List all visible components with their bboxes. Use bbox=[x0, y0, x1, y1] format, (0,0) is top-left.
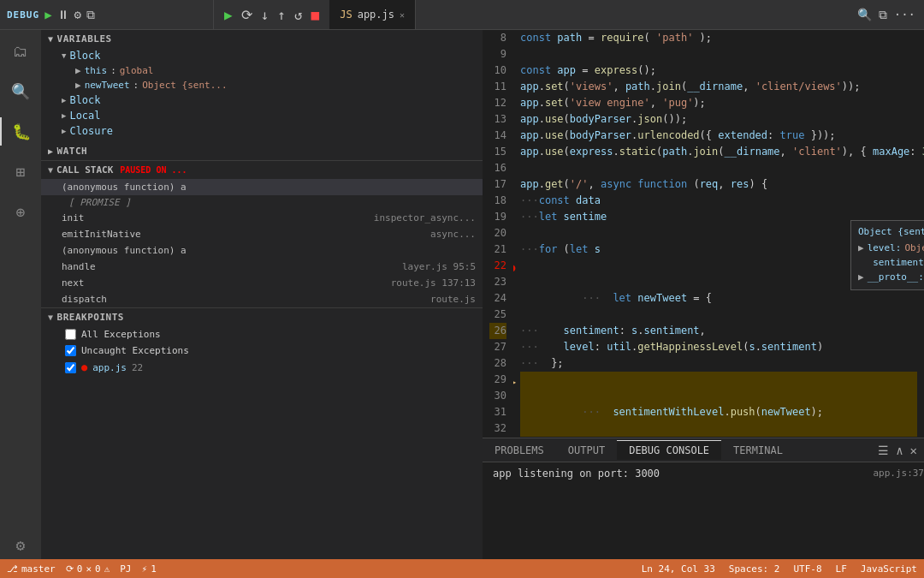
cs-fn-2: init bbox=[62, 212, 85, 223]
restart-button[interactable]: ↺ bbox=[291, 5, 306, 25]
callstack-arrow: ▼ bbox=[48, 165, 53, 175]
this-item[interactable]: ▶ this : global bbox=[41, 63, 483, 78]
eol-indicator[interactable]: LF bbox=[836, 563, 847, 575]
activity-extensions[interactable]: ⊞ bbox=[0, 158, 41, 186]
split-icon[interactable]: ⧉ bbox=[86, 8, 95, 22]
cs-item-7[interactable]: dispatch route.js bbox=[41, 291, 483, 307]
activity-settings[interactable]: ⚙ bbox=[0, 531, 41, 559]
step-over-button[interactable]: ⟳ bbox=[238, 5, 256, 25]
bp-all-label: All Exceptions bbox=[81, 329, 161, 340]
settings-icon[interactable]: ⚙ bbox=[74, 8, 81, 21]
warnings-count: 0 bbox=[95, 563, 101, 575]
bp-appjs-checkbox[interactable] bbox=[65, 362, 76, 373]
bp-appjs[interactable]: ● app.js 22 bbox=[41, 359, 483, 376]
tooltip-key-2: __proto__: bbox=[868, 271, 924, 283]
panel-collapse-icon[interactable]: ∧ bbox=[896, 444, 903, 457]
variables-arrow: ▼ bbox=[48, 34, 54, 44]
block-header[interactable]: ▼ Block bbox=[41, 48, 483, 63]
cs-loc-6: route.js 137:13 bbox=[391, 277, 476, 289]
encoding-indicator[interactable]: UTF-8 bbox=[793, 563, 821, 575]
code-line-18: ···const data bbox=[520, 193, 917, 209]
tooltip-arrow-2: ▶ bbox=[858, 271, 864, 283]
code-line-16 bbox=[520, 160, 917, 176]
this-val: global bbox=[120, 65, 154, 76]
more-actions-icon[interactable]: ··· bbox=[894, 8, 915, 21]
cs-item-4[interactable]: (anonymous function) a bbox=[41, 242, 483, 259]
live-server[interactable]: ⚡ 1 bbox=[142, 563, 157, 575]
code-line-15: app.use(express.static(path.join(__dirna… bbox=[520, 144, 917, 160]
cs-item-3[interactable]: emitInitNative async... bbox=[41, 226, 483, 242]
variables-label: VARIABLES bbox=[57, 33, 112, 45]
block-arrow: ▼ bbox=[62, 51, 66, 60]
tooltip-val-0: Object {percentage: NaN, faceImage: "/a bbox=[904, 242, 924, 253]
bp-all-checkbox[interactable] bbox=[65, 329, 76, 340]
bp-uncaught-checkbox[interactable] bbox=[65, 345, 76, 356]
panel-filter-icon[interactable]: ☰ bbox=[878, 444, 889, 457]
code-line-13: app.use(bodyParser.json()); bbox=[520, 111, 917, 128]
block2-header[interactable]: ▶ Block bbox=[41, 92, 483, 108]
stop-button[interactable]: ■ bbox=[308, 5, 323, 25]
project-label: PJ bbox=[120, 563, 131, 575]
callstack-header[interactable]: ▼ CALL STACK PAUSED ON ... bbox=[41, 161, 483, 179]
local-header[interactable]: ▶ Local bbox=[41, 108, 483, 123]
tab-terminal[interactable]: TERMINAL bbox=[721, 441, 795, 460]
tab-close-button[interactable]: ✕ bbox=[400, 10, 405, 20]
cs-item-5[interactable]: handle layer.js 95:5 bbox=[41, 259, 483, 275]
activity-remote[interactable]: ⊕ bbox=[0, 198, 41, 226]
activity-debug[interactable]: 🐛 bbox=[0, 117, 41, 146]
language-indicator[interactable]: JavaScript bbox=[861, 563, 917, 575]
this-key: this bbox=[85, 65, 108, 76]
tab-debug-console[interactable]: DEBUG CONSOLE bbox=[617, 440, 721, 460]
step-out-button[interactable]: ↑ bbox=[274, 5, 289, 25]
sync-button[interactable]: ⟳ 0 ✕ 0 ⚠ bbox=[66, 563, 110, 575]
panel-toolbar: ☰ ∧ ✕ bbox=[871, 444, 924, 457]
bp-dot-icon: ● bbox=[81, 361, 87, 373]
breakpoints-section: ▼ BREAKPOINTS All Exceptions Uncaught Ex… bbox=[41, 307, 483, 376]
callstack-paused: PAUSED ON ... bbox=[120, 165, 187, 175]
step-into-button[interactable]: ↓ bbox=[258, 5, 273, 25]
file-tab-appjs[interactable]: JS app.js ✕ bbox=[329, 0, 416, 29]
cs-item-6[interactable]: next route.js 137:13 bbox=[41, 275, 483, 291]
tab-problems[interactable]: PROBLEMS bbox=[483, 441, 556, 460]
variables-section-header[interactable]: ▼ VARIABLES bbox=[41, 30, 483, 48]
spaces-indicator[interactable]: Spaces: 2 bbox=[729, 563, 780, 575]
bp-line-num: 22 bbox=[132, 362, 143, 373]
search-editor-icon[interactable]: 🔍 bbox=[857, 8, 872, 21]
bp-uncaught-exceptions[interactable]: Uncaught Exceptions bbox=[41, 343, 483, 359]
cs-fn-0: (anonymous function) a bbox=[62, 182, 187, 193]
project-name[interactable]: PJ bbox=[120, 563, 131, 575]
pause-icon[interactable]: ⏸ bbox=[57, 8, 69, 21]
git-icon: ⎇ bbox=[7, 563, 18, 575]
breakpoints-arrow: ▼ bbox=[48, 313, 54, 322]
cursor-position[interactable]: Ln 24, Col 33 bbox=[642, 563, 715, 575]
newtweet-item[interactable]: ▶ newTweet : Object {sent... bbox=[41, 78, 483, 92]
continue-button[interactable]: ▶ bbox=[221, 5, 236, 25]
cs-fn-5: handle bbox=[62, 261, 96, 272]
git-branch[interactable]: ⎇ master bbox=[7, 563, 56, 575]
cs-fn-6: next bbox=[62, 277, 85, 289]
breakpoints-label: BREAKPOINTS bbox=[57, 312, 124, 323]
tooltip-row-1: sentiment: undefined bbox=[858, 255, 924, 270]
code-line-17: app.get('/', async function (req, res) { bbox=[520, 176, 917, 193]
code-line-12: app.set('view engine', 'pug'); bbox=[520, 95, 917, 111]
split-editor-icon[interactable]: ⧉ bbox=[879, 8, 887, 22]
tab-output[interactable]: OUTPUT bbox=[556, 441, 617, 460]
play-debug-icon[interactable]: ▶ bbox=[44, 8, 51, 21]
cs-item-0[interactable]: (anonymous function) a bbox=[41, 179, 483, 195]
status-bar: ⎇ master ⟳ 0 ✕ 0 ⚠ PJ ⚡ 1 Ln 24, Col 33 … bbox=[0, 559, 924, 578]
closure-header[interactable]: ▶ Closure bbox=[41, 123, 483, 139]
code-line-23: ··· sentiment: s.sentiment, bbox=[520, 323, 917, 339]
bp-all-exceptions[interactable]: All Exceptions bbox=[41, 326, 483, 343]
activity-search[interactable]: 🔍 bbox=[0, 77, 41, 105]
closure-label: Closure bbox=[69, 125, 113, 137]
block2-label: Block bbox=[69, 94, 100, 106]
activity-explorer[interactable]: 🗂 bbox=[0, 37, 41, 65]
breakpoints-header[interactable]: ▼ BREAKPOINTS bbox=[41, 308, 483, 326]
code-line-9 bbox=[520, 46, 917, 63]
watch-section-header[interactable]: ▶ WATCH bbox=[41, 142, 483, 160]
console-file-ref[interactable]: app.js:37 bbox=[873, 468, 924, 479]
cs-item-2[interactable]: init inspector_async... bbox=[41, 210, 483, 226]
live-count: 1 bbox=[151, 563, 157, 575]
error-icon: ✕ bbox=[86, 563, 92, 575]
panel-close-icon[interactable]: ✕ bbox=[910, 444, 917, 457]
